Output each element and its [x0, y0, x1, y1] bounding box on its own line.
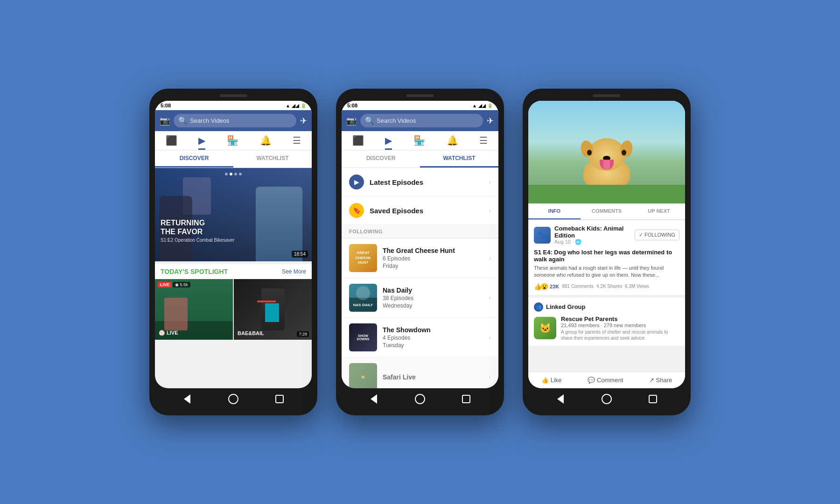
mlb-logo: ⚾ LIVE: [159, 330, 178, 336]
tab-discover-2[interactable]: DISCOVER: [342, 150, 420, 168]
nav-watch-icon-2[interactable]: ⬛: [352, 135, 364, 146]
show-thumb-nas: NAS DAILY: [349, 284, 377, 312]
search-placeholder-1: Search Videos: [190, 117, 229, 124]
search-icon-2: 🔍: [365, 116, 374, 125]
search-bar-1[interactable]: 🔍 Search Videos: [174, 114, 296, 127]
reaction-comments: 881 Comments: [562, 284, 594, 289]
messenger-icon-2[interactable]: ✈: [487, 116, 494, 126]
spotlight-item-live[interactable]: LIVE ◉ 5.5k ⚾ LIVE: [155, 279, 233, 340]
search-bar-2[interactable]: 🔍 Search Videos: [360, 114, 483, 127]
bae-red-line: [257, 301, 276, 302]
recents-nav-btn-3[interactable]: [646, 392, 660, 406]
back-nav-btn-2[interactable]: [367, 392, 381, 406]
detail-tab-upnext[interactable]: UP NEXT: [633, 203, 685, 219]
spotlight-header: TODAY'S SPOTLIGHT See More: [155, 264, 312, 279]
share-btn[interactable]: ↗ Share: [649, 377, 672, 384]
bae-accent: [265, 303, 279, 322]
show-info-nas: Nas Daily 38 Episodes Wednesday: [383, 287, 483, 309]
nav-play-icon-2[interactable]: ▶: [385, 135, 392, 146]
hero-title: RETURNINGTHE FAVOR: [161, 218, 234, 236]
back-nav-btn-3[interactable]: [553, 392, 567, 406]
show-meta-nas: 38 Episodes: [383, 295, 483, 301]
latest-icon: ▶: [349, 175, 364, 189]
home-nav-btn-3[interactable]: [600, 392, 614, 406]
comment-btn[interactable]: 💬 Comment: [588, 377, 623, 384]
show-item-safari[interactable]: 🦁 Safari Live ›: [342, 357, 498, 388]
detail-tab-comments[interactable]: COMMENTS: [581, 203, 633, 219]
tab-discover-1[interactable]: DISCOVER: [155, 150, 233, 168]
reaction-views: 6.3M Views: [625, 284, 649, 289]
phone-nav-1: [155, 388, 312, 410]
tab-watchlist-1[interactable]: WATCHLIST: [233, 150, 312, 168]
dog-visual: [528, 101, 685, 203]
show-thumb-safari: 🦁: [349, 363, 377, 388]
camera-icon-1[interactable]: 📷: [160, 116, 170, 126]
group-desc: A group for parents of shelter and rescu…: [561, 329, 679, 341]
tab-watchlist-2[interactable]: WATCHLIST: [420, 150, 498, 168]
spotlight-grid: LIVE ◉ 5.5k ⚾ LIVE BAE&BAIL 7:28: [155, 279, 312, 340]
recents-nav-btn-1[interactable]: [273, 392, 287, 406]
episode-title: S1 E4: Dog who lost her legs was determi…: [534, 249, 679, 263]
home-nav-btn-1[interactable]: [226, 392, 240, 406]
phone-screen-1: 5:08 ▲ ◢◢ 🔋 📷 🔍 Search Videos ✈ ⬛ ▶ 🏪 🔔 …: [155, 101, 312, 388]
wifi-icon-2: ▲: [472, 103, 477, 108]
nav-bell-icon-2[interactable]: 🔔: [447, 135, 458, 146]
saved-episodes-item[interactable]: 🔖 Saved Episodes ›: [342, 196, 498, 225]
recents-nav-btn-2[interactable]: [459, 392, 473, 406]
action-bar: 👍 Like 💬 Comment ↗ Share: [528, 371, 685, 388]
nav-shop-icon[interactable]: 🏪: [227, 135, 238, 146]
back-nav-btn-1[interactable]: [180, 392, 194, 406]
nav-icons-row-2: ⬛ ▶ 🏪 🔔 ☰: [342, 131, 498, 150]
detail-tab-info[interactable]: INFO: [528, 203, 581, 219]
linked-group-row[interactable]: 🐱 Rescue Pet Parents 21,493 members · 27…: [534, 315, 679, 341]
phone-1: 5:08 ▲ ◢◢ 🔋 📷 🔍 Search Videos ✈ ⬛ ▶ 🏪 🔔 …: [149, 89, 317, 415]
detail-tabs: INFO COMMENTS UP NEXT: [528, 203, 685, 220]
camera-icon-2[interactable]: 📷: [346, 116, 357, 126]
show-item-cheese[interactable]: GREATCHEESEHUNT The Great Cheese Hunt 6 …: [342, 238, 498, 278]
video-hero-3[interactable]: [528, 101, 685, 203]
phone-nav-3: [528, 388, 685, 410]
nav-menu-icon-2[interactable]: ☰: [479, 135, 488, 146]
spotlight-item-bae[interactable]: BAE&BAIL 7:28: [234, 279, 312, 340]
group-name: Rescue Pet Parents: [561, 315, 679, 322]
share-icon: ↗: [649, 377, 654, 384]
status-icons-1: ▲ ◢◢ 🔋: [286, 103, 306, 108]
nav-watch-icon[interactable]: ⬛: [166, 135, 177, 146]
hero-subtitle: S1:E2 Operation Combat Bikesaver: [161, 238, 234, 243]
phone-speaker-3: [593, 94, 621, 97]
show-info-cheese: The Great Cheese Hunt 6 Episodes Friday: [383, 247, 483, 269]
following-btn[interactable]: ✓ FOLLOWING: [635, 230, 679, 240]
group-meta: 21,493 members · 279 new members: [561, 322, 679, 328]
silhouette-right: [256, 187, 302, 261]
show-day-showdown: Tuesday: [383, 342, 483, 349]
hero-video[interactable]: RETURNINGTHE FAVOR S1:E2 Operation Comba…: [155, 168, 312, 261]
battery-icon: 🔋: [301, 103, 306, 108]
show-item-showdown[interactable]: SHOWDOWNS The Showdown 4 Episodes Tuesda…: [342, 318, 498, 357]
see-more-btn[interactable]: See More: [282, 268, 306, 275]
show-meta-showdown: 4 Episodes: [383, 335, 483, 341]
nas-chevron: ›: [489, 294, 491, 301]
saved-label: Saved Episodes: [370, 207, 489, 215]
nav-bell-icon[interactable]: 🔔: [260, 135, 272, 146]
live-badge: LIVE: [158, 282, 172, 287]
linked-group-title: 👥 Linked Group: [534, 302, 679, 312]
show-header-name: Comeback Kids: Animal Edition: [554, 225, 631, 239]
wifi-icon: ▲: [286, 103, 290, 108]
like-btn[interactable]: 👍 Like: [541, 377, 562, 384]
phone-3: INFO COMMENTS UP NEXT 🐾 Comeback Kids: A…: [523, 89, 691, 415]
watchlist-top-items: ▶ Latest Episodes › 🔖 Saved Episodes ›: [342, 168, 498, 225]
nav-shop-icon-2[interactable]: 🏪: [413, 135, 425, 146]
reaction-count: 23K: [550, 284, 559, 289]
views-badge: ◉ 5.5k: [173, 282, 190, 287]
nav-menu-icon[interactable]: ☰: [293, 135, 301, 146]
dot-3: [234, 173, 237, 175]
home-nav-btn-2[interactable]: [413, 392, 427, 406]
show-avatar: 🐾: [534, 227, 551, 244]
cheese-chevron: ›: [489, 254, 491, 262]
reaction-emojis: 👍 😮: [534, 283, 547, 290]
phone-screen-2: 5:08 ▲ ◢◢ 🔋 📷 🔍 Search Videos ✈ ⬛ ▶ 🏪 🔔 …: [342, 101, 498, 388]
latest-episodes-item[interactable]: ▶ Latest Episodes ›: [342, 168, 498, 196]
messenger-icon-1[interactable]: ✈: [300, 116, 307, 126]
nav-play-icon[interactable]: ▶: [198, 135, 205, 146]
show-item-nas[interactable]: NAS DAILY Nas Daily 38 Episodes Wednesda…: [342, 278, 498, 318]
